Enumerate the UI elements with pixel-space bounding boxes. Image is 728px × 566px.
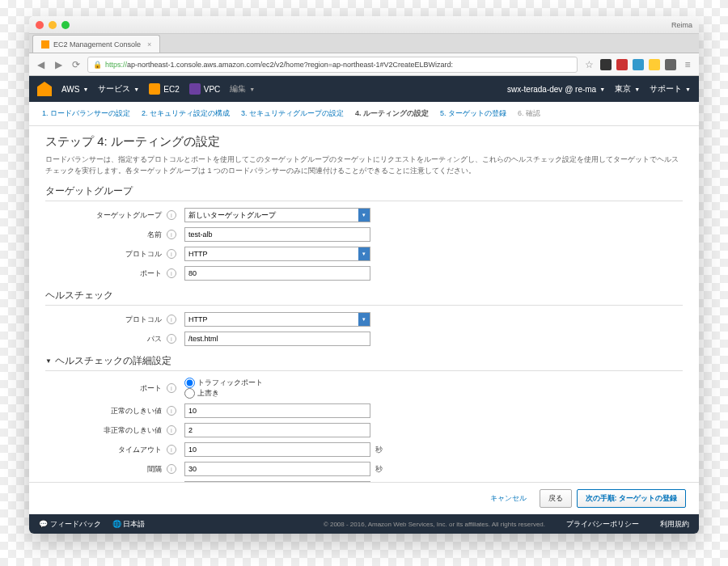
reload-icon[interactable]: ⟳: [70, 58, 83, 71]
select-protocol[interactable]: HTTP▾: [184, 247, 370, 261]
back-icon[interactable]: ◀: [34, 58, 47, 71]
chevron-down-icon: ▾: [358, 313, 370, 326]
wizard-step-1[interactable]: 1. ロードバランサーの設定: [42, 108, 130, 119]
favicon-icon: [41, 40, 49, 49]
nav-account[interactable]: swx-terada-dev @ re-ma▼: [507, 83, 605, 95]
page-description: ロードバランサーは、指定するプロトコルとポートを使用してこのターゲットグループの…: [45, 154, 683, 176]
browser-window: Reima EC2 Management Console × ◀ ▶ ⟳ 🔒 h…: [29, 16, 699, 534]
window-titlebar: Reima: [29, 16, 699, 34]
input-interval[interactable]: [184, 462, 370, 476]
lock-icon: 🔒: [93, 61, 102, 69]
extension-icon[interactable]: [600, 59, 612, 70]
section-advanced-toggle[interactable]: ▼ヘルスチェックの詳細設定: [45, 354, 683, 371]
wizard-step-4[interactable]: 4. ルーティングの設定: [355, 108, 429, 119]
bookmark-icon[interactable]: ☆: [582, 58, 595, 71]
label-name: 名前: [45, 230, 167, 240]
triangle-down-icon: ▼: [45, 357, 52, 365]
label-healthy: 正常のしきい値: [45, 406, 167, 416]
url-field[interactable]: 🔒 https:// ap-northeast-1.console.aws.am…: [87, 57, 578, 73]
nav-ec2[interactable]: EC2: [149, 83, 179, 95]
privacy-link[interactable]: プライバシーポリシー: [566, 519, 639, 530]
language-selector[interactable]: 🌐 日本語: [112, 519, 146, 530]
info-icon[interactable]: i: [167, 334, 176, 344]
wizard-footer: キャンセル 戻る 次の手順: ターゲットの登録: [29, 482, 699, 514]
page-title: ステップ 4: ルーティングの設定: [45, 134, 683, 150]
back-button[interactable]: 戻る: [540, 489, 572, 508]
info-icon[interactable]: i: [167, 210, 176, 220]
info-icon[interactable]: i: [167, 464, 176, 474]
label-target-group: ターゲットグループ: [45, 210, 167, 221]
info-icon[interactable]: i: [167, 445, 176, 454]
terms-link[interactable]: 利用規約: [660, 519, 689, 530]
info-icon[interactable]: i: [167, 315, 176, 324]
nav-support[interactable]: サポート▼: [650, 83, 691, 95]
info-icon[interactable]: i: [167, 230, 176, 239]
browser-tabbar: EC2 Management Console ×: [29, 34, 699, 53]
extension-icon[interactable]: [616, 59, 628, 70]
radio-traffic-port[interactable]: トラフィックポート: [184, 378, 263, 388]
feedback-link[interactable]: 💬 フィードバック: [39, 519, 101, 530]
input-healthy[interactable]: [184, 403, 370, 418]
extension-icon[interactable]: [665, 59, 676, 70]
select-hc-protocol[interactable]: HTTP▾: [184, 312, 370, 327]
label-protocol: プロトコル: [45, 249, 167, 260]
url-text: ap-northeast-1.console.aws.amazon.com/ec…: [127, 61, 453, 69]
next-button[interactable]: 次の手順: ターゲットの登録: [577, 489, 687, 508]
section-health-check: ヘルスチェック: [45, 289, 683, 306]
address-bar: ◀ ▶ ⟳ 🔒 https:// ap-northeast-1.console.…: [29, 53, 699, 76]
chevron-down-icon: ▾: [358, 209, 370, 222]
ec2-icon: [149, 83, 160, 95]
nav-vpc[interactable]: VPC: [189, 83, 221, 95]
info-icon[interactable]: i: [167, 268, 176, 278]
cancel-button[interactable]: キャンセル: [482, 489, 535, 508]
chevron-down-icon: ▾: [358, 247, 370, 260]
input-unhealthy[interactable]: [184, 423, 370, 437]
wizard-step-6: 6. 確認: [518, 108, 540, 119]
input-timeout[interactable]: [184, 442, 370, 457]
tab-title: EC2 Management Console: [53, 40, 141, 49]
extension-icon[interactable]: [649, 59, 660, 70]
os-user: Reima: [671, 21, 692, 29]
main-content: 1. ロードバランサーの設定 2. セキュリティ設定の構成 3. セキュリティグ…: [29, 102, 699, 534]
label-adv-port: ポート: [45, 383, 167, 394]
copyright: © 2008 - 2016, Amazon Web Services, Inc.…: [324, 521, 545, 528]
aws-footer: 💬 フィードバック 🌐 日本語 © 2008 - 2016, Amazon We…: [29, 514, 699, 534]
menu-icon[interactable]: ≡: [681, 58, 694, 71]
maximize-icon[interactable]: [61, 21, 70, 29]
info-icon[interactable]: i: [167, 249, 176, 259]
wizard-step-2[interactable]: 2. セキュリティ設定の構成: [142, 108, 230, 119]
url-scheme: https://: [105, 61, 127, 69]
close-icon[interactable]: [36, 21, 44, 29]
browser-tab[interactable]: EC2 Management Console ×: [32, 35, 160, 53]
wizard-step-5[interactable]: 5. ターゲットの登録: [440, 108, 506, 119]
nav-services[interactable]: サービス▼: [98, 83, 139, 95]
label-timeout: タイムアウト: [45, 445, 167, 455]
aws-logo-icon[interactable]: [37, 82, 52, 96]
nav-aws[interactable]: AWS▼: [61, 85, 88, 94]
info-icon[interactable]: i: [167, 383, 176, 393]
wizard-step-3[interactable]: 3. セキュリティグループの設定: [241, 108, 344, 119]
label-port: ポート: [45, 268, 167, 279]
input-port[interactable]: [184, 266, 370, 281]
label-hc-protocol: プロトコル: [45, 315, 167, 325]
extension-icon[interactable]: [633, 59, 644, 70]
input-path[interactable]: [184, 332, 370, 346]
input-name[interactable]: [184, 227, 370, 242]
info-icon[interactable]: i: [167, 406, 176, 416]
label-unhealthy: 非正常のしきい値: [45, 425, 167, 436]
aws-top-nav: AWS▼ サービス▼ EC2 VPC 編集▼ swx-terada-dev @ …: [29, 76, 699, 102]
label-interval: 間隔: [45, 464, 167, 475]
radio-override[interactable]: 上書き: [184, 388, 263, 399]
unit-sec: 秒: [375, 464, 383, 475]
tab-close-icon[interactable]: ×: [147, 40, 151, 49]
nav-region[interactable]: 東京▼: [615, 83, 640, 95]
forward-icon[interactable]: ▶: [52, 58, 65, 71]
vpc-icon: [189, 83, 201, 95]
minimize-icon[interactable]: [49, 21, 57, 29]
wizard-steps: 1. ロードバランサーの設定 2. セキュリティ設定の構成 3. セキュリティグ…: [29, 102, 699, 126]
unit-sec: 秒: [375, 445, 383, 455]
select-target-group[interactable]: 新しいターゲットグループ▾: [184, 208, 370, 222]
nav-edit[interactable]: 編集▼: [230, 83, 255, 95]
info-icon[interactable]: i: [167, 425, 176, 435]
section-target-group: ターゲットグループ: [45, 184, 683, 201]
